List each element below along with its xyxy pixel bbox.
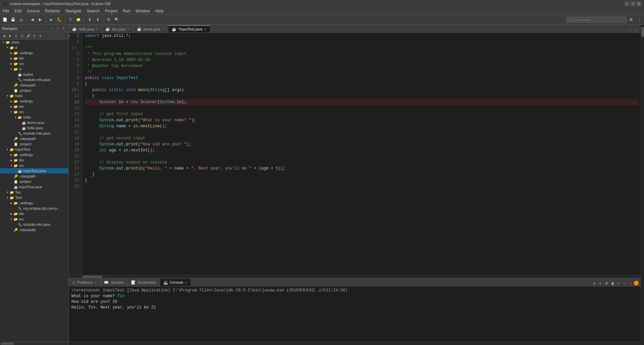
tree-item-settings4[interactable]: ▶ 📂 .settings <box>0 200 68 206</box>
tree-item-d[interactable]: ▼ 📁 d <box>0 45 68 50</box>
tree-item-jdtcore[interactable]: 🔧 org.eclipse.jdt.core.p... <box>0 206 68 211</box>
run-button[interactable]: ▶ <box>48 16 55 23</box>
quick-access-input[interactable] <box>566 17 627 23</box>
editor-maximize-btn[interactable]: □ <box>634 27 639 32</box>
tab-inputtest-close[interactable]: ✕ <box>204 27 207 31</box>
code-content[interactable]: import java.util.*; /** * This program d… <box>82 33 641 275</box>
tree-item-bin1[interactable]: ▶ 📂 bin <box>0 56 68 61</box>
tree-item-hello-proj[interactable]: ▼ 📁 hello <box>0 93 68 98</box>
menu-run[interactable]: Run <box>120 8 133 14</box>
tree-item-bin2[interactable]: ▶ 📂 bin <box>0 104 68 109</box>
tree-item-src1[interactable]: ▶ 📂 src <box>0 61 68 66</box>
editor-hscrollbar[interactable] <box>69 275 641 278</box>
tree-item-settings2[interactable]: ▶ 📂 .settings <box>0 98 68 104</box>
open-type-button[interactable]: T <box>67 16 74 23</box>
tab-javadoc[interactable]: 📖 Javadoc <box>101 279 128 286</box>
tree-item-hello-folder[interactable]: ▼ 📂 hello <box>0 115 68 120</box>
menu-edit[interactable]: Edit <box>12 8 24 14</box>
next-annotation-button[interactable]: ⬇ <box>86 16 93 23</box>
tree-item-class[interactable]: ▼ 📁 class <box>0 40 68 45</box>
tree-item-classpath3[interactable]: 🔑 .classpath <box>0 174 68 179</box>
tree-item-src3[interactable]: ▼ 📂 src <box>0 163 68 168</box>
nav-link-btn[interactable]: 🔗 <box>25 33 31 39</box>
tab-inputtest[interactable]: ☕ *InputTest.java ✕ <box>168 25 210 32</box>
nav-fwd-btn[interactable]: ▶ <box>7 33 13 39</box>
tab-problems[interactable]: ⚠ Problems ✕ <box>69 279 101 286</box>
nav-collapse-btn[interactable]: ⊟ <box>19 33 25 39</box>
window-controls[interactable]: ─ □ ✕ <box>625 1 641 6</box>
menu-help[interactable]: Help <box>153 8 166 14</box>
nav-up-btn[interactable]: ⬆ <box>13 33 19 39</box>
menu-search[interactable]: Search <box>84 8 102 14</box>
editor-minimize-btn[interactable]: ─ <box>628 27 633 32</box>
tree-item-project2[interactable]: 📋 .project <box>0 141 68 147</box>
tree-item-dfolder[interactable]: ▼ 📂 d <box>0 66 68 72</box>
tab-hello-close[interactable]: ✕ <box>96 27 98 31</box>
prev-annotation-button[interactable]: ⬆ <box>94 16 101 23</box>
menu-navigate[interactable]: Navigate <box>63 8 84 14</box>
tree-item-module3[interactable]: 🔧 module-info.java <box>0 222 68 227</box>
console-word-wrap-btn[interactable]: ↵ <box>616 281 621 286</box>
tab-bbc-close[interactable]: ✕ <box>127 27 130 31</box>
nav-maximize-button[interactable]: □ <box>55 26 60 31</box>
tree-item-module1[interactable]: 🔧 module-info.java <box>0 77 68 82</box>
perspective-button[interactable]: ⊞ <box>627 16 635 23</box>
tab-problems-close[interactable]: ✕ <box>94 281 97 284</box>
menu-window[interactable]: Window <box>133 8 153 14</box>
new-button[interactable]: 📄 <box>1 16 9 23</box>
tree-item-classpath4[interactable]: 🔑 .classpath <box>0 227 68 232</box>
bottom-minimize-btn[interactable]: ─ <box>622 281 627 286</box>
menu-source[interactable]: Source <box>24 8 42 14</box>
tree-item-tes[interactable]: ▼ 📁 Tes <box>0 190 68 195</box>
tree-item-module2[interactable]: 🔧 module-info.java <box>0 131 68 136</box>
tree-item-src2[interactable]: ▼ 📂 src <box>0 109 68 115</box>
tab-declaration[interactable]: 📝 Declaration <box>128 279 160 286</box>
forward-button[interactable]: ▶ <box>37 16 44 23</box>
nav-back-btn[interactable]: ◀ <box>1 33 7 39</box>
tree-item-test[interactable]: ▼ 📁 Test <box>0 195 68 200</box>
menu-file[interactable]: File <box>0 8 12 14</box>
tree-item-hello-java[interactable]: ☕ hello.java <box>0 125 68 131</box>
code-editor[interactable]: 1▶ 2 3= 4 5 6 7 8 9 10= 11 12 13 14 15 1… <box>69 33 641 275</box>
tree-item-inputtest-java[interactable]: ☕ InputTest.java <box>0 168 68 174</box>
editor-vscrollbar[interactable] <box>641 25 644 345</box>
bottom-maximize-btn[interactable]: □ <box>628 281 633 286</box>
tree-item-classpath2[interactable]: 🔑 .classpath <box>0 136 68 141</box>
tree-item-bin3[interactable]: ▶ 📂 bin <box>0 157 68 163</box>
minimize-button[interactable]: ─ <box>625 1 629 6</box>
nav-menu-btn[interactable]: ▼ <box>32 33 37 39</box>
close-button[interactable]: ✕ <box>637 1 641 6</box>
tab-dome[interactable]: ☕ dome.java ✕ <box>133 25 168 32</box>
tree-item-classpath1[interactable]: 🔑 .classpath <box>0 82 68 88</box>
menu-project[interactable]: Project <box>102 8 120 14</box>
console-terminate-btn[interactable]: ■ <box>592 281 597 286</box>
back-button[interactable]: ◀ <box>29 16 36 23</box>
debug-button[interactable]: 🐛 <box>56 16 63 23</box>
tree-item-settings1[interactable]: ▶ 📂 .settings <box>0 50 68 56</box>
tree-item-dome-java[interactable]: ☕ dome.java <box>0 120 68 125</box>
tree-item-project1[interactable]: 📋 .project <box>0 88 68 93</box>
tree-item-inputtest-proj[interactable]: ▼ 📁 InputTest <box>0 147 68 152</box>
nav-filter-btn[interactable]: ▼ <box>38 33 43 39</box>
tree-item-project3[interactable]: 📋 .project <box>0 179 68 184</box>
toolbar-btn-extra1[interactable]: ⚙ <box>105 16 112 23</box>
save-all-button[interactable]: 🗂 <box>17 16 25 23</box>
open-resource-button[interactable]: 📁 <box>75 16 82 23</box>
tree-item-src4[interactable]: ▼ 📂 src <box>0 216 68 222</box>
maximize-button[interactable]: □ <box>631 1 635 6</box>
tree-item-bin4[interactable]: ▶ 📂 bin <box>0 211 68 216</box>
nav-close-button[interactable]: ✕ <box>61 26 66 31</box>
tab-console-close[interactable]: ✕ <box>185 281 187 284</box>
console-clear-btn[interactable]: 🗑 <box>604 281 609 286</box>
save-button[interactable]: 💾 <box>9 16 17 23</box>
console-scroll-lock-btn[interactable]: 🔒 <box>610 281 615 286</box>
nav-hscroll[interactable] <box>0 342 68 345</box>
tree-item-settings3[interactable]: ▶ 📂 .settings <box>0 152 68 157</box>
tab-dome-close[interactable]: ✕ <box>162 27 165 31</box>
menu-refactor[interactable]: Refactor <box>42 8 63 14</box>
tab-hello[interactable]: ☕ hello.java ✕ <box>69 25 102 32</box>
tab-bbc[interactable]: ☕ bbc.java ✕ <box>102 25 133 32</box>
tree-item-djava[interactable]: ☕ d.java <box>0 72 68 77</box>
toolbar-btn-extra2[interactable]: 🔍 <box>113 16 120 23</box>
java-perspective[interactable]: J <box>635 16 643 23</box>
